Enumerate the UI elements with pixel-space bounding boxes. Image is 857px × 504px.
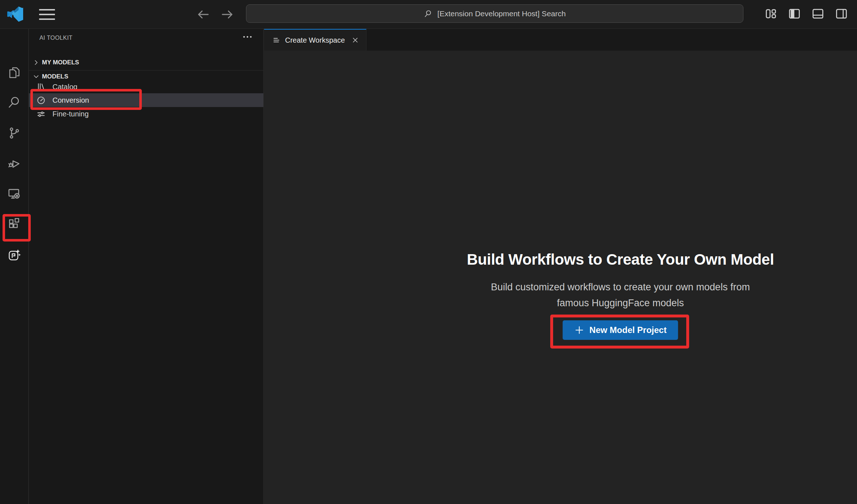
toggle-secondary-sidebar-icon[interactable] (835, 7, 848, 21)
sidebar-header: AI TOOLKIT (29, 29, 263, 46)
more-actions-icon[interactable] (242, 31, 253, 43)
subtitle-line-1: Build customized workflows to create you… (491, 279, 750, 295)
subtitle-line-2: famous HuggingFace models (491, 295, 750, 311)
search-placeholder: [Extension Development Host] Search (437, 9, 566, 18)
gauge-icon (36, 95, 46, 105)
new-model-project-button[interactable]: New Model Project (563, 320, 678, 340)
run-debug-icon[interactable] (7, 156, 21, 170)
toggle-primary-sidebar-icon[interactable] (788, 7, 801, 21)
menu-hamburger-icon[interactable] (39, 9, 55, 20)
tab-label: Create Workspace (285, 36, 345, 44)
tree-item-label: Conversion (52, 96, 89, 104)
arrow-back-icon[interactable] (196, 8, 210, 21)
remote-explorer-icon[interactable] (7, 187, 21, 201)
title-bar: [Extension Development Host] Search (0, 0, 857, 29)
ai-toolkit-sidebar: AI TOOLKIT MY MODELS MODELS Catalog Conv… (29, 29, 264, 504)
library-icon (36, 82, 46, 92)
sidebar-title: AI TOOLKIT (39, 35, 72, 41)
list-lines-icon (272, 36, 281, 44)
tab-create-workspace[interactable]: Create Workspace (264, 29, 366, 51)
extensions-icon[interactable] (7, 217, 21, 231)
activity-bar (0, 29, 29, 504)
tree-item-label: Catalog (52, 83, 77, 91)
tree-item-fine-tuning[interactable]: Fine-tuning (29, 107, 263, 121)
toggle-panel-icon[interactable] (811, 7, 825, 21)
editor-tab-bar: Create Workspace (264, 29, 857, 51)
page-subtitle: Build customized workflows to create you… (491, 279, 750, 311)
ai-toolkit-icon[interactable] (7, 248, 21, 262)
section-label: MY MODELS (42, 59, 79, 66)
vscode-logo (7, 6, 23, 22)
button-label: New Model Project (589, 325, 666, 335)
tree-item-label: Fine-tuning (52, 110, 89, 118)
editor-webview (264, 51, 857, 504)
sliders-icon (36, 109, 46, 119)
chevron-down-icon (32, 73, 40, 81)
search-sidebar-icon[interactable] (7, 95, 21, 109)
tree-item-catalog[interactable]: Catalog (29, 80, 263, 94)
arrow-forward-icon[interactable] (221, 8, 234, 21)
search-icon (424, 9, 433, 18)
search-input[interactable]: [Extension Development Host] Search (246, 4, 743, 23)
section-label: MODELS (42, 73, 68, 80)
source-control-icon[interactable] (7, 126, 21, 140)
page-title: Build Workflows to Create Your Own Model (467, 251, 774, 268)
tree-item-conversion[interactable]: Conversion (29, 93, 263, 107)
titlebar-layout-controls (764, 7, 848, 21)
plus-icon (574, 325, 584, 335)
chevron-right-icon (32, 59, 40, 67)
customize-layout-icon[interactable] (764, 7, 778, 21)
close-icon[interactable] (351, 36, 359, 44)
explorer-icon[interactable] (7, 66, 21, 80)
section-my-models[interactable]: MY MODELS (29, 56, 263, 69)
